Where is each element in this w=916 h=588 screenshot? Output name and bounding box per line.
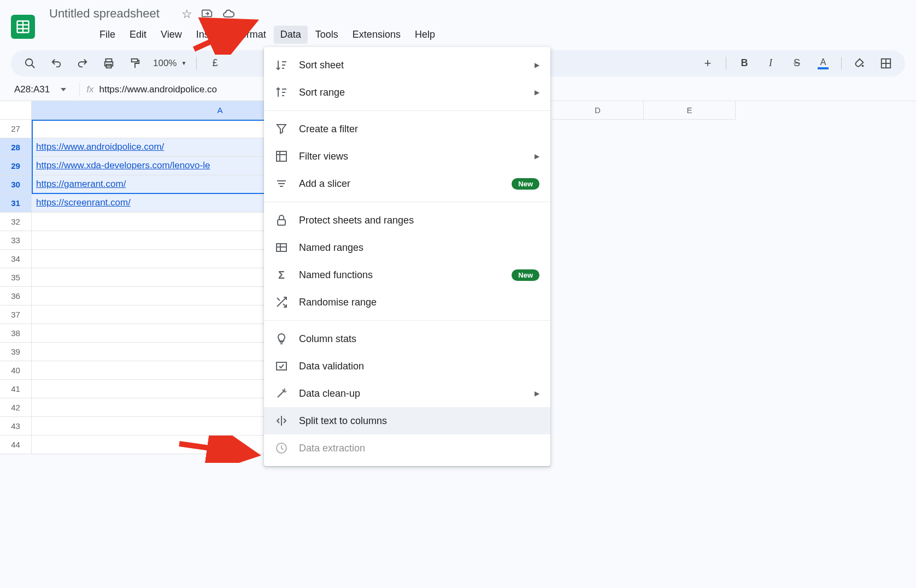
name-box[interactable]: A28:A31: [8, 82, 73, 97]
menu-item-label: Protect sheets and ranges: [299, 215, 414, 226]
menu-item-bulb[interactable]: Column stats: [264, 325, 550, 352]
italic-icon[interactable]: I: [762, 55, 779, 72]
svg-rect-9: [132, 59, 138, 62]
row-header[interactable]: 37: [0, 305, 32, 324]
row-header[interactable]: 29: [0, 157, 32, 175]
menu-item-filter[interactable]: Create a filter: [264, 115, 550, 143]
menu-extensions[interactable]: Extensions: [346, 26, 407, 44]
bold-icon[interactable]: B: [736, 55, 753, 72]
menu-item-label: Randomise range: [299, 297, 377, 308]
print-icon[interactable]: [101, 55, 117, 72]
submenu-arrow-icon: ▶: [535, 152, 539, 160]
strikethrough-icon[interactable]: S: [789, 55, 805, 72]
menu-item-label: Sort sheet: [299, 60, 344, 71]
menu-format[interactable]: Format: [228, 26, 273, 44]
column-header-d[interactable]: D: [552, 101, 644, 120]
row-header[interactable]: 35: [0, 268, 32, 287]
row-header[interactable]: 43: [0, 417, 32, 436]
menu-item-sort-sheet[interactable]: Sort sheet▶: [264, 51, 550, 79]
row-header[interactable]: 44: [0, 436, 32, 454]
svg-point-4: [26, 59, 33, 66]
menu-item-extraction[interactable]: Data extraction: [264, 434, 550, 454]
row-header[interactable]: 40: [0, 361, 32, 380]
cloud-icon[interactable]: [222, 7, 235, 23]
submenu-arrow-icon: ▶: [535, 390, 539, 397]
lock-icon: [275, 214, 288, 227]
row-header[interactable]: 31: [0, 194, 32, 213]
validation-icon: [275, 360, 288, 373]
menu-item-filter-views[interactable]: Filter views▶: [264, 143, 550, 170]
menu-file[interactable]: File: [93, 26, 122, 44]
row-header[interactable]: 30: [0, 175, 32, 194]
split-icon: [275, 414, 288, 427]
slicer-icon: [275, 177, 288, 190]
menu-data[interactable]: Data: [274, 26, 308, 44]
shuffle-icon: [275, 296, 288, 309]
menu-item-label: Split text to columns: [299, 415, 387, 427]
menu-item-validation[interactable]: Data validation: [264, 352, 550, 380]
document-title[interactable]: Untitled spreadsheet: [46, 5, 163, 22]
text-color-icon[interactable]: A: [815, 55, 831, 72]
borders-icon[interactable]: [878, 55, 894, 72]
new-badge: New: [512, 269, 539, 281]
menu-item-label: Column stats: [299, 333, 356, 345]
named-ranges-icon: [275, 241, 288, 254]
search-icon[interactable]: [22, 55, 38, 72]
menu-item-label: Filter views: [299, 151, 348, 162]
menu-item-label: Sort range: [299, 87, 345, 98]
menu-item-label: Create a filter: [299, 124, 358, 135]
svg-line-5: [32, 65, 35, 68]
cleanup-icon: [275, 387, 288, 400]
sort-range-icon: [275, 86, 288, 99]
menu-item-cleanup[interactable]: Data clean-up▶: [264, 380, 550, 407]
row-header[interactable]: 33: [0, 231, 32, 250]
move-icon[interactable]: [201, 7, 213, 23]
row-header[interactable]: 42: [0, 398, 32, 417]
menu-insert[interactable]: Insert: [190, 26, 227, 44]
row-header[interactable]: 38: [0, 324, 32, 343]
row-header[interactable]: 32: [0, 213, 32, 231]
paint-format-icon[interactable]: [127, 55, 143, 72]
select-all-corner[interactable]: [0, 101, 32, 120]
row-header[interactable]: 28: [0, 138, 32, 157]
row-header[interactable]: 39: [0, 343, 32, 361]
menu-item-label: Data extraction: [299, 443, 365, 454]
filter-views-icon: [275, 150, 288, 163]
sheets-logo-icon[interactable]: [11, 15, 35, 39]
menu-item-named-ranges[interactable]: Named ranges: [264, 234, 550, 261]
menu-item-slicer[interactable]: Add a slicerNew: [264, 170, 550, 197]
row-header[interactable]: 41: [0, 380, 32, 398]
submenu-arrow-icon: ▶: [535, 89, 539, 96]
row-header[interactable]: 34: [0, 250, 32, 268]
menu-tools[interactable]: Tools: [309, 26, 345, 44]
row-header[interactable]: 27: [0, 120, 32, 138]
row-header[interactable]: 36: [0, 287, 32, 305]
new-badge: New: [512, 178, 539, 190]
data-menu-dropdown: Sort sheet▶Sort range▶Create a filterFil…: [264, 47, 550, 454]
insert-icon[interactable]: +: [700, 55, 716, 72]
redo-icon[interactable]: [74, 55, 91, 72]
menu-item-sort-range[interactable]: Sort range▶: [264, 79, 550, 106]
svg-rect-24: [277, 362, 286, 370]
menu-item-split[interactable]: Split text to columns: [264, 407, 550, 434]
zoom-select[interactable]: 100% ▼: [153, 58, 186, 69]
menu-edit[interactable]: Edit: [123, 26, 153, 44]
sort-sheet-icon: [275, 58, 288, 72]
fx-icon: fx: [86, 84, 93, 95]
bulb-icon: [275, 332, 288, 345]
fill-color-icon[interactable]: [852, 55, 868, 72]
svg-rect-20: [278, 220, 285, 225]
menu-item-sigma[interactable]: ΣNamed functionsNew: [264, 261, 550, 289]
menu-item-label: Named functions: [299, 269, 373, 281]
menu-item-lock[interactable]: Protect sheets and ranges: [264, 207, 550, 234]
menu-bar: File Edit View Insert Format Data Tools …: [46, 23, 905, 48]
menu-item-shuffle[interactable]: Randomise range: [264, 289, 550, 316]
currency-icon[interactable]: £: [207, 55, 223, 72]
star-icon[interactable]: ☆: [181, 7, 192, 23]
menu-help[interactable]: Help: [408, 26, 442, 44]
column-header-e[interactable]: E: [644, 101, 736, 120]
svg-point-10: [862, 65, 864, 67]
menu-view[interactable]: View: [154, 26, 189, 44]
submenu-arrow-icon: ▶: [535, 61, 539, 69]
undo-icon[interactable]: [48, 55, 64, 72]
